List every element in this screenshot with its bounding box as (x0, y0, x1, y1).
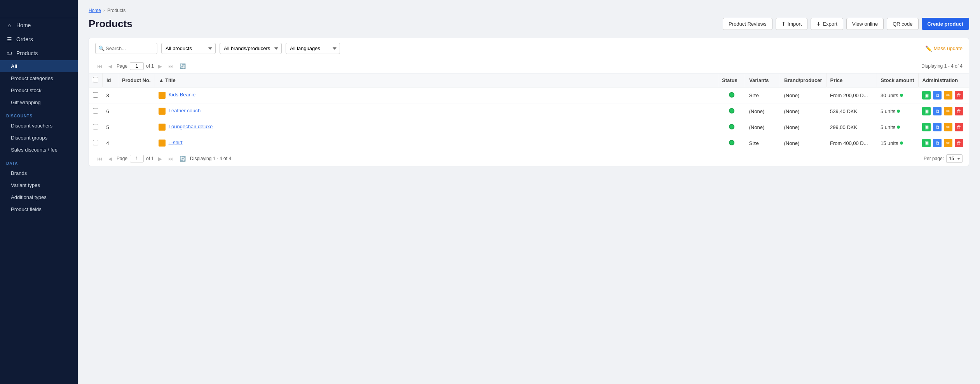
row-status (718, 87, 745, 103)
row-price: From 400,00 D... (826, 135, 877, 151)
filters-row: 🔍 All products All brands/producers All … (89, 38, 969, 59)
refresh-button[interactable]: 🔄 (178, 63, 188, 70)
view-online-button[interactable]: View online (846, 18, 884, 30)
delete-icon[interactable]: 🗑 (955, 91, 963, 99)
product-link[interactable]: Loungechair deluxe (169, 124, 213, 129)
stock-dot (900, 141, 903, 145)
copy-icon[interactable]: ▣ (922, 123, 931, 131)
sidebar-item-all[interactable]: All (0, 60, 78, 72)
edit-icon[interactable]: ✏ (944, 139, 952, 147)
th-price[interactable]: Price (826, 73, 877, 87)
th-status[interactable]: Status (718, 73, 745, 87)
sidebar-item-orders[interactable]: ☰ Orders (0, 32, 78, 46)
last-page-bottom-button[interactable]: ⏭ (166, 155, 175, 162)
breadcrumb-home[interactable]: Home (89, 8, 101, 13)
product-link[interactable]: Kids Beanie (169, 92, 195, 98)
th-title[interactable]: ▲ Title (155, 73, 718, 87)
row-id: 3 (103, 87, 118, 103)
row-brand: (None) (780, 119, 827, 135)
page-input-bottom[interactable] (130, 155, 144, 162)
displaying-text-top: Displaying 1 - 4 of 4 (921, 63, 963, 69)
th-brand[interactable]: Brand/producer (780, 73, 827, 87)
sidebar-item-gift-wrapping[interactable]: Gift wrapping (0, 96, 78, 108)
sidebar-item-product-fields[interactable]: Product fields (0, 203, 78, 215)
first-page-bottom-button[interactable]: ⏮ (95, 155, 104, 162)
copy-icon[interactable]: ▣ (922, 139, 931, 147)
row-title: Loungechair deluxe (155, 119, 718, 135)
sidebar-item-discount-groups[interactable]: Discount groups (0, 132, 78, 144)
clone-icon[interactable]: ⧉ (933, 139, 942, 147)
row-checkbox[interactable] (93, 108, 98, 113)
row-stock: 5 units (877, 119, 918, 135)
sidebar-item-discount-vouchers[interactable]: Discount vouchers (0, 120, 78, 132)
th-product-no[interactable]: Product No. (118, 73, 155, 87)
row-variants: Size (745, 135, 780, 151)
product-reviews-button[interactable]: Product Reviews (723, 18, 772, 30)
delete-icon[interactable]: 🗑 (955, 139, 963, 147)
next-page-button[interactable]: ▶ (156, 63, 164, 70)
sidebar-item-sales-discounts[interactable]: Sales discounts / fee (0, 144, 78, 156)
prev-page-button[interactable]: ◀ (106, 63, 114, 70)
row-variants: (None) (745, 119, 780, 135)
delete-icon[interactable]: 🗑 (955, 123, 963, 131)
breadcrumb-separator: › (103, 8, 105, 13)
search-input[interactable] (95, 43, 157, 54)
product-folder-icon (159, 140, 166, 147)
row-product-no (118, 87, 155, 103)
qr-code-button[interactable]: QR code (887, 18, 918, 30)
clone-icon[interactable]: ⧉ (933, 91, 942, 99)
copy-icon[interactable]: ▣ (922, 91, 931, 99)
row-checkbox-cell (89, 87, 103, 103)
edit-icon[interactable]: ✏ (944, 91, 952, 99)
page-label-bottom: Page (117, 156, 127, 161)
sidebar-item-product-categories[interactable]: Product categories (0, 72, 78, 84)
delete-icon[interactable]: 🗑 (955, 107, 963, 115)
breadcrumb-current: Products (107, 8, 126, 13)
section-data-label: DATA (0, 156, 78, 167)
pencil-icon: ✏️ (925, 45, 932, 52)
row-stock: 30 units (877, 87, 918, 103)
edit-icon[interactable]: ✏ (944, 107, 952, 115)
export-button[interactable]: ⬇ Export (811, 18, 843, 30)
page-of: of 1 (146, 63, 154, 69)
create-product-button[interactable]: Create product (922, 18, 969, 30)
stock-dot (897, 126, 900, 129)
row-checkbox[interactable] (93, 92, 98, 98)
row-checkbox[interactable] (93, 140, 98, 145)
per-page-select[interactable]: 15 30 50 (946, 154, 963, 163)
product-link[interactable]: Leather couch (169, 108, 201, 113)
last-page-button[interactable]: ⏭ (166, 63, 175, 70)
sidebar-item-brands[interactable]: Brands (0, 167, 78, 179)
clone-icon[interactable]: ⧉ (933, 123, 942, 131)
th-stock[interactable]: Stock amount (877, 73, 918, 87)
languages-filter-select[interactable]: All languages (286, 43, 340, 54)
mass-update-button[interactable]: ✏️ Mass update (925, 45, 963, 52)
first-page-button[interactable]: ⏮ (95, 63, 104, 70)
sidebar-item-variant-types[interactable]: Variant types (0, 179, 78, 191)
row-stock: 5 units (877, 103, 918, 119)
prev-page-bottom-button[interactable]: ◀ (106, 155, 114, 162)
refresh-bottom-button[interactable]: 🔄 (178, 155, 188, 162)
table-row: 5 Loungechair deluxe (None) (None) 299,0… (89, 119, 969, 135)
select-all-checkbox[interactable] (93, 77, 98, 82)
th-id[interactable]: Id (103, 73, 118, 87)
import-button[interactable]: ⬆ Import (776, 18, 808, 30)
row-status (718, 119, 745, 135)
next-page-bottom-button[interactable]: ▶ (156, 155, 164, 162)
edit-icon[interactable]: ✏ (944, 123, 952, 131)
sidebar-item-home[interactable]: ⌂ Home (0, 18, 78, 32)
page-input[interactable] (130, 62, 144, 70)
sidebar-item-products[interactable]: 🏷 Products (0, 46, 78, 60)
sidebar-item-product-stock[interactable]: Product stock (0, 84, 78, 96)
clone-icon[interactable]: ⧉ (933, 107, 942, 115)
copy-icon[interactable]: ▣ (922, 107, 931, 115)
th-variants[interactable]: Variants (745, 73, 780, 87)
row-product-no (118, 103, 155, 119)
row-checkbox[interactable] (93, 124, 98, 129)
product-link[interactable]: T-shirt (169, 140, 183, 145)
brands-filter-select[interactable]: All brands/producers (220, 43, 282, 54)
th-administration[interactable]: Administration (918, 73, 969, 87)
sidebar-item-additional-types[interactable]: Additional types (0, 191, 78, 203)
products-filter-select[interactable]: All products (161, 43, 216, 54)
table-header-row: Id Product No. ▲ Title Status (89, 73, 969, 87)
